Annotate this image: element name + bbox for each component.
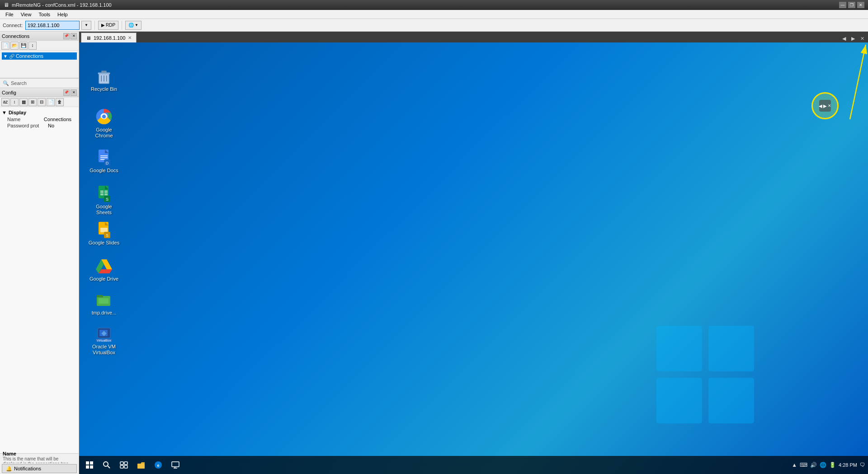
config-section-display[interactable]: ▼ Display: [2, 109, 77, 116]
config-close-button[interactable]: ✕: [71, 89, 77, 96]
google-sheets-icon[interactable]: S Google Sheets: [86, 183, 122, 217]
svg-text:S: S: [106, 233, 108, 238]
taskbar-battery-icon[interactable]: 🔋: [829, 462, 836, 468]
cursor-right-arrow: ▶: [823, 103, 827, 108]
google-docs-label: Google Docs: [90, 168, 118, 174]
taskbar-notification-icon[interactable]: 🗨: [860, 462, 865, 468]
restore-button[interactable]: ❐: [848, 2, 855, 8]
oracle-vm-icon[interactable]: VirtualBox Oracle VM VirtualBox: [86, 323, 122, 357]
taskbar-search-button[interactable]: [99, 457, 114, 473]
tab-bar: 🖥 192.168.1.100 ✕ ◀ ▶ ✕: [79, 32, 868, 42]
google-docs-icon[interactable]: D Google Docs: [86, 146, 122, 175]
dropdown-arrow-icon: ▼: [85, 23, 88, 27]
config-row-name: Name Connections: [2, 116, 77, 122]
config-expand-button[interactable]: ⊞: [28, 98, 37, 106]
config-grid-button[interactable]: ▦: [19, 98, 28, 106]
menu-file[interactable]: File: [2, 11, 17, 18]
config-collapse-button[interactable]: ⊟: [38, 98, 46, 106]
rdp-tab-close[interactable]: ✕: [128, 35, 132, 40]
taskbar-keyboard-icon[interactable]: ⌨: [800, 462, 807, 468]
google-sheets-image: S: [95, 184, 113, 202]
search-area[interactable]: 🔍 Search: [0, 78, 79, 88]
google-chrome-icon[interactable]: Google Chrome: [86, 106, 122, 141]
tab-close-all-button[interactable]: ✕: [858, 34, 866, 42]
tmp-drive-icon[interactable]: tmp.drive...: [86, 289, 122, 318]
config-sort-az-button[interactable]: az: [1, 98, 9, 106]
status-bar: Name This is the name that will be displ…: [0, 453, 79, 463]
window-title: mRemoteNG - confCons.xml - 192.168.1.100: [12, 2, 112, 8]
title-bar: 🖥 mRemoteNG - confCons.xml - 192.168.1.1…: [0, 0, 868, 10]
oracle-vm-image: VirtualBox: [95, 324, 113, 343]
config-key-password: Password prot: [7, 123, 48, 128]
app-icon: 🖥: [4, 2, 9, 8]
config-key-name: Name: [7, 117, 44, 122]
svg-point-14: [102, 115, 106, 119]
rdp-tab-label: 192.168.1.100: [94, 35, 125, 41]
menu-view[interactable]: View: [17, 11, 35, 18]
conn-new-button[interactable]: 📄: [1, 42, 9, 50]
svg-text:S: S: [106, 197, 108, 202]
google-slides-icon[interactable]: S Google Slides: [86, 219, 122, 248]
rdp-button[interactable]: ▶ RDP: [98, 21, 118, 30]
connections-pin-button[interactable]: 📌: [63, 33, 70, 39]
toolbar-separator-1: [94, 21, 95, 30]
conn-save-button[interactable]: 💾: [19, 42, 28, 50]
config-new-button[interactable]: 📄: [47, 98, 55, 106]
taskbar-file-explorer-button[interactable]: [133, 457, 149, 473]
globe-button[interactable]: 🌐 ▼: [125, 21, 142, 30]
taskbar-volume-icon[interactable]: 🔊: [810, 462, 817, 468]
taskbar: e ▲ ⌨ 🔊 🌐 🔋: [79, 456, 868, 474]
svg-rect-60: [124, 465, 127, 468]
recycle-bin-icon[interactable]: Recycle Bin: [86, 65, 122, 94]
tree-item-connections[interactable]: ▼ 🔗 Connections: [2, 52, 77, 60]
tmp-drive-label: tmp.drive...: [92, 310, 116, 316]
globe-icon: 🌐: [128, 23, 134, 28]
conn-sort-button[interactable]: ↕: [28, 42, 37, 50]
config-section-display-label: Display: [9, 110, 26, 115]
minimize-button[interactable]: —: [839, 2, 846, 8]
config-pin-button[interactable]: 📌: [63, 89, 70, 96]
svg-rect-25: [104, 191, 108, 192]
main-layout: Connections 📌 ✕ 📄 📂 💾 ↕ ▼ 🔗 Connections: [0, 32, 868, 474]
start-button[interactable]: [82, 457, 97, 473]
taskbar-time-value: 4:28 PM: [839, 462, 857, 468]
tab-prev-button[interactable]: ◀: [840, 34, 848, 42]
config-sort-btn[interactable]: ↕: [10, 98, 19, 106]
svg-rect-2: [656, 378, 702, 423]
menu-help[interactable]: Help: [54, 11, 71, 18]
config-section-arrow: ▼: [2, 110, 7, 115]
google-docs-image: D: [95, 148, 113, 166]
tree-item-label: Connections: [16, 53, 43, 59]
google-slides-image: S: [95, 221, 113, 239]
connections-icon: 🔗: [9, 54, 14, 59]
taskbar-time[interactable]: 4:28 PM: [839, 462, 857, 468]
rdp-label: RDP: [106, 23, 115, 28]
rdp-tab-icon: 🖥: [86, 35, 91, 41]
taskbar-edge-button[interactable]: e: [151, 457, 166, 473]
google-drive-icon[interactable]: Google Drive: [86, 255, 122, 284]
tab-next-button[interactable]: ▶: [849, 34, 857, 42]
rdp-tab[interactable]: 🖥 192.168.1.100 ✕: [81, 33, 137, 42]
menu-tools[interactable]: Tools: [35, 11, 54, 18]
notifications-button[interactable]: 🔔 Notifications: [2, 464, 77, 473]
svg-point-55: [104, 462, 108, 466]
connect-input[interactable]: [25, 21, 80, 30]
svg-rect-61: [137, 464, 145, 469]
svg-rect-3: [708, 378, 754, 423]
recycle-bin-label: Recycle Bin: [91, 86, 117, 92]
cursor-indicator: ◀ ▶ ✕: [811, 92, 839, 119]
taskbar-expand-icon[interactable]: ▲: [792, 462, 797, 468]
taskbar-network-icon[interactable]: 🌐: [820, 462, 826, 468]
config-val-password: No: [48, 123, 54, 128]
config-delete-button[interactable]: 🗑: [56, 98, 64, 106]
conn-open-button[interactable]: 📂: [10, 42, 19, 50]
tmp-drive-image: [95, 291, 113, 309]
taskbar-taskview-button[interactable]: [116, 457, 132, 473]
connect-dropdown-btn[interactable]: ▼: [81, 21, 91, 30]
taskbar-rdp-button[interactable]: [168, 457, 183, 473]
menu-bar: File View Tools Help: [0, 10, 868, 19]
svg-rect-58: [124, 462, 127, 465]
svg-rect-53: [86, 465, 89, 469]
close-button[interactable]: ✕: [857, 2, 864, 8]
connections-close-button[interactable]: ✕: [71, 33, 77, 39]
